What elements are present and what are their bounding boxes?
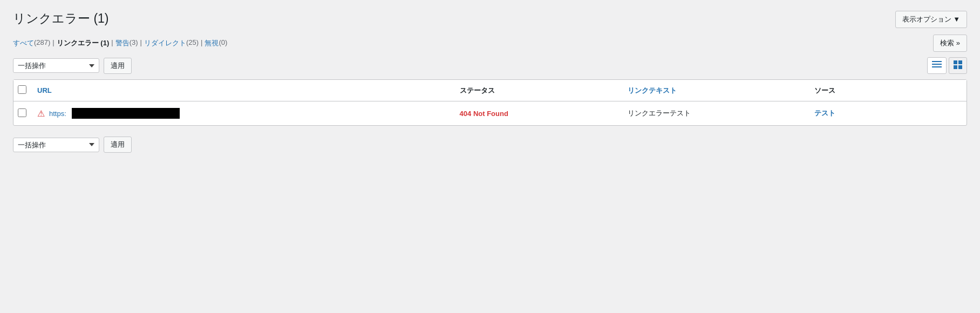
error-icon: ⚠ [37, 108, 45, 119]
grid-view-button[interactable] [949, 57, 967, 74]
table-row: ⚠ https: 404 Not Found リンクエラーテスト テスト [13, 101, 967, 126]
filter-bar: すべて (287) | リンクエラー (1) | 警告 (3) | リダイレクト… [13, 38, 227, 48]
links-table-container: URL ステータス リンクテキスト ソース ⚠ https: [13, 79, 967, 126]
url-cell: ⚠ https: [37, 108, 447, 119]
svg-rect-5 [954, 65, 957, 69]
filter-redirect[interactable]: リダイレクト [144, 38, 186, 48]
bulk-action-select-bottom[interactable]: 一括操作 削除 [13, 138, 99, 152]
status-badge: 404 Not Found [460, 110, 508, 118]
status-column-header: ステータス [453, 80, 622, 101]
apply-button-top[interactable]: 適用 [104, 58, 132, 74]
filter-all[interactable]: すべて [13, 38, 34, 48]
apply-button-bottom[interactable]: 適用 [104, 137, 132, 153]
url-column-header[interactable]: URL [37, 86, 52, 94]
search-button[interactable]: 検索 » [933, 35, 967, 52]
svg-rect-0 [932, 61, 942, 62]
source-link[interactable]: テスト [814, 109, 835, 117]
url-redacted-block [72, 108, 180, 119]
list-view-button[interactable] [927, 57, 947, 74]
link-text-value: リンクエラーテスト [628, 109, 691, 117]
svg-rect-4 [958, 60, 962, 64]
view-toggle [927, 57, 967, 74]
url-link[interactable]: https: [49, 110, 66, 118]
filter-link-error: リンクエラー (1) [57, 38, 110, 48]
links-table: URL ステータス リンクテキスト ソース ⚠ https: [13, 80, 967, 125]
filter-ignore[interactable]: 無視 [205, 38, 219, 48]
svg-rect-2 [932, 66, 942, 67]
source-column-header: ソース [808, 80, 967, 101]
bulk-action-select[interactable]: 一括操作 削除 [13, 58, 99, 73]
filter-warning[interactable]: 警告 [115, 38, 130, 48]
select-all-checkbox[interactable] [18, 85, 26, 94]
row-checkbox[interactable] [18, 108, 26, 117]
svg-rect-6 [958, 65, 962, 69]
display-options-button[interactable]: 表示オプション ▼ [895, 11, 967, 28]
svg-rect-3 [954, 60, 957, 64]
linktext-column-header[interactable]: リンクテキスト [628, 86, 677, 94]
page-title: リンクエラー (1) [13, 11, 109, 27]
svg-rect-1 [932, 64, 942, 65]
bottom-bulk-actions: 一括操作 削除 適用 [13, 134, 967, 153]
